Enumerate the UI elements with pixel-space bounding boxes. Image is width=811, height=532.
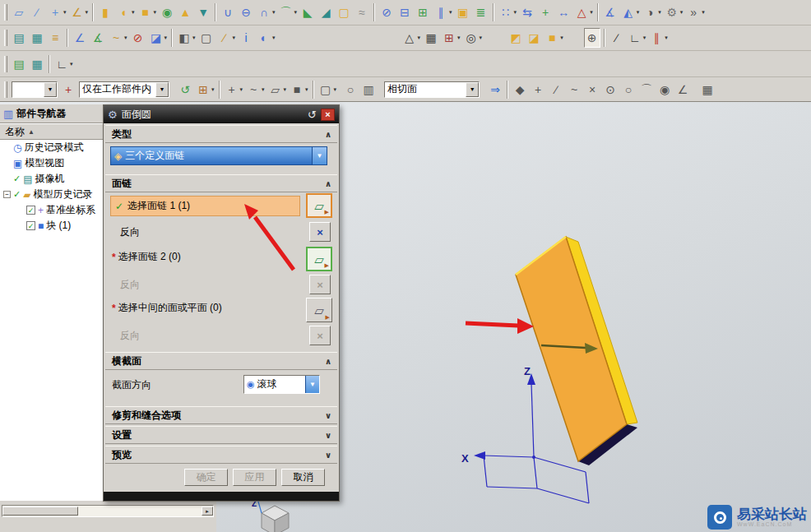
name-column-header[interactable]: 名称 ▲ <box>0 123 103 140</box>
dropdown-arrow-icon[interactable]: ▾ <box>449 9 452 16</box>
dropdown-arrow-icon[interactable]: ▾ <box>165 35 168 41</box>
more-commands-icon[interactable]: »▾ <box>685 2 706 22</box>
chevron-down-icon[interactable]: ∨ <box>325 411 331 420</box>
scope-combo[interactable]: 仅在工作部件内▼ <box>79 81 169 98</box>
tree-item-datum-csys[interactable]: ✓+基准坐标系 <box>0 202 103 218</box>
dropdown-arrow-icon[interactable]: ▾ <box>480 35 483 41</box>
dropdown-arrow-icon[interactable]: ▾ <box>418 35 421 41</box>
reverse-direction-1-button[interactable]: × <box>309 222 331 242</box>
dropdown-arrow-icon[interactable]: ▾ <box>637 9 640 16</box>
dropdown-arrow-icon[interactable]: ▾ <box>124 35 127 41</box>
orientation-dropdown[interactable]: ◉ 滚球 ▼ <box>243 375 320 394</box>
dropdown-arrow-icon[interactable]: ▾ <box>658 9 661 16</box>
patch-icon[interactable]: ⊞ <box>415 2 431 22</box>
toolbar-grip[interactable] <box>4 30 7 46</box>
part-navigator-header[interactable]: ▥ 部件导航器 <box>0 104 103 123</box>
wcs-dynamics-icon[interactable]: ∟▾ <box>53 54 74 74</box>
dropdown-arrow-icon[interactable]: ▾ <box>294 9 298 16</box>
corner-line-icon[interactable]: ∟▾ <box>627 28 647 48</box>
tangent-point-icon[interactable]: ∠ <box>674 80 691 99</box>
dropdown-arrow-icon[interactable]: ▾ <box>240 86 243 93</box>
stop-at-intersection-icon[interactable]: ⇒ <box>487 80 503 99</box>
boss-icon[interactable]: ▲ <box>177 2 193 22</box>
draft-icon[interactable]: ◢ <box>317 2 334 22</box>
face-chain-1-select-button[interactable]: ▱ ▶ <box>306 193 332 218</box>
datum-axis-icon[interactable]: ∕ <box>29 2 45 22</box>
section-type[interactable]: 类型 ∧ <box>105 125 337 143</box>
tree-item-cameras[interactable]: ✓▤摄像机 <box>0 171 103 187</box>
information-icon[interactable]: i <box>238 28 254 48</box>
split-body-icon[interactable]: ⊟ <box>396 2 413 22</box>
quadrant-point-icon[interactable]: ○ <box>620 80 637 99</box>
middle-face-select-button[interactable]: ▱ ▶ <box>306 298 332 322</box>
preferences-icon[interactable]: ⚙▾ <box>664 2 684 22</box>
line-icon[interactable]: ∕ <box>609 28 625 48</box>
block-icon[interactable]: ■▾ <box>137 2 158 22</box>
section-view-icon[interactable]: ⊘ <box>130 28 146 48</box>
dropdown-arrow-icon[interactable]: ▾ <box>272 35 276 41</box>
point-method-icon[interactable]: +▾ <box>224 80 244 99</box>
edit-section-icon[interactable]: ◪▾ <box>148 28 169 48</box>
dropdown-arrow-icon[interactable]: ▾ <box>233 35 236 41</box>
dropdown-arrow-icon[interactable]: ▾ <box>560 35 563 41</box>
select-middle-face-row[interactable]: * 选择中间的面或平面 (0) <box>112 301 222 315</box>
section-face-chain[interactable]: 面链 ∧ <box>105 174 337 192</box>
dropdown-arrow-icon[interactable]: ▾ <box>70 61 73 67</box>
datum-display-icon[interactable]: ∠ <box>72 28 88 48</box>
extract-body-icon[interactable]: ◩ <box>507 28 524 48</box>
end-point-icon[interactable]: + <box>530 80 546 99</box>
chevron-up-icon[interactable]: ∧ <box>325 357 331 366</box>
toolbar-grip[interactable] <box>4 56 7 72</box>
chevron-down-icon[interactable]: ∨ <box>325 451 331 460</box>
refresh-selection-icon[interactable]: ↺ <box>177 80 193 99</box>
shell-icon[interactable]: ▢ <box>336 2 352 22</box>
sew-icon[interactable]: ∥▾ <box>433 2 453 22</box>
measure-angle-icon[interactable]: ∡ <box>90 28 106 48</box>
revolve-icon[interactable]: ◖▾ <box>115 2 136 22</box>
wireframe-view-icon[interactable]: ▢ <box>198 28 215 48</box>
synchronous-modeling-icon[interactable]: △▾ <box>573 2 594 22</box>
grid-icon[interactable]: ▦ <box>423 28 439 48</box>
curve-analysis-icon[interactable]: ~▾ <box>108 28 128 48</box>
thread-icon[interactable]: ≈ <box>354 2 370 22</box>
dropdown-arrow-icon[interactable]: ▾ <box>63 9 67 16</box>
scrollbar-thumb[interactable] <box>2 507 78 516</box>
dialog-gear-icon[interactable]: ⚙ <box>108 109 118 121</box>
dialog-titlebar[interactable]: ⚙ 面倒圆 ↺ × <box>104 105 339 123</box>
interpart-link-icon[interactable]: ⊕ <box>584 28 600 48</box>
dropdown-arrow-icon[interactable]: ▾ <box>272 9 276 16</box>
dropdown-arrow-icon[interactable]: ▾ <box>284 86 287 93</box>
display-mode-icon[interactable]: ◑▾ <box>642 2 662 22</box>
datum-csys-icon[interactable]: +▾ <box>47 2 67 22</box>
layer-settings-icon[interactable]: ▤ <box>11 28 27 48</box>
dropdown-arrow-icon[interactable]: ▼ <box>44 82 57 97</box>
information-window-icon[interactable]: ▦ <box>29 54 45 74</box>
annotation-icon[interactable]: ≡ <box>47 28 63 48</box>
tolerance-icon[interactable]: △▾ <box>401 28 422 48</box>
extrude-icon[interactable]: ▮ <box>97 2 114 22</box>
section-cross-section[interactable]: 横截面 ∧ <box>105 352 337 370</box>
chevron-down-icon[interactable]: ∨ <box>325 431 331 440</box>
dropdown-arrow-icon[interactable]: ▾ <box>192 35 196 41</box>
thicken-icon[interactable]: ▣ <box>455 2 471 22</box>
chamfer-icon[interactable]: ◣ <box>299 2 316 22</box>
style-icon[interactable]: ∕▾ <box>216 28 237 48</box>
dropdown-arrow-icon[interactable]: ▾ <box>702 9 705 16</box>
dialog-close-button[interactable]: × <box>321 109 335 121</box>
dropdown-arrow-icon[interactable]: ▾ <box>305 86 308 93</box>
dialog-bottom-edge[interactable] <box>104 492 339 501</box>
face-rule-icon[interactable]: ▱▾ <box>267 80 288 99</box>
mirror-feature-icon[interactable]: ⇆ <box>519 2 535 22</box>
offset-surface-icon[interactable]: ≣ <box>473 2 489 22</box>
section-preview[interactable]: 预览 ∨ <box>105 446 337 464</box>
dropdown-arrow-icon[interactable]: ▾ <box>590 9 593 16</box>
linked-body-icon[interactable]: ◪ <box>526 28 542 48</box>
tree-item-model-views[interactable]: ▣模型视图 <box>0 155 103 171</box>
toolbar-grip[interactable] <box>4 81 7 98</box>
dropdown-arrow-icon[interactable]: ▾ <box>86 9 89 16</box>
color-filter-icon[interactable]: ⊞▾ <box>195 80 215 99</box>
chevron-up-icon[interactable]: ∧ <box>325 179 331 188</box>
horizontal-scrollbar[interactable]: ► <box>2 505 214 517</box>
tree-item-model-history[interactable]: −✓▰模型历史记录 <box>0 187 103 202</box>
geometry-analysis-icon[interactable]: ◭▾ <box>620 2 641 22</box>
